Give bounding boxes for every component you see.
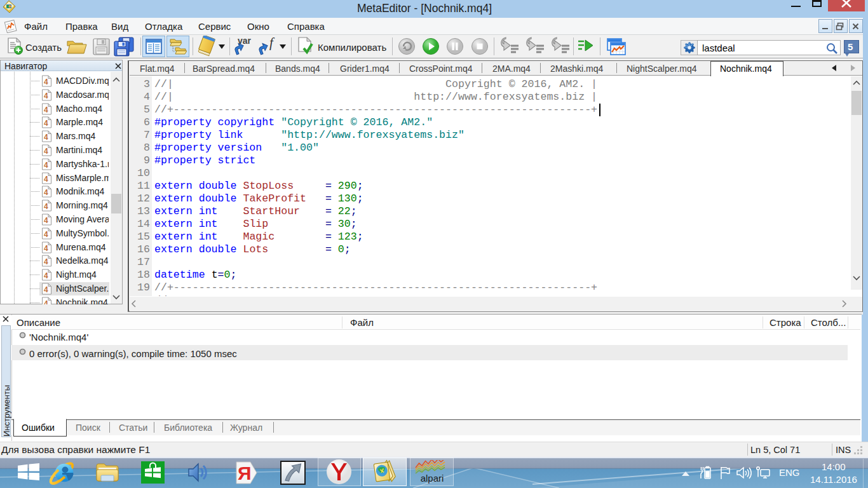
- svg-text:4: 4: [44, 285, 48, 294]
- svg-text:4: 4: [44, 119, 48, 128]
- svg-text:4: 4: [44, 230, 48, 239]
- svg-text:4: 4: [44, 188, 48, 197]
- svg-text:4: 4: [44, 133, 48, 142]
- svg-text:4: 4: [44, 271, 48, 280]
- svg-text:Я: Я: [238, 463, 252, 484]
- svg-text:4: 4: [44, 161, 48, 170]
- svg-text:4: 4: [44, 92, 48, 100]
- svg-text:4: 4: [44, 78, 48, 86]
- svg-text:4: 4: [44, 105, 48, 114]
- svg-text:4: 4: [44, 257, 48, 266]
- svg-text:4: 4: [44, 216, 48, 225]
- svg-text:4: 4: [44, 244, 48, 253]
- svg-text:4: 4: [44, 202, 48, 211]
- svg-text:4: 4: [44, 175, 48, 184]
- svg-text:4: 4: [44, 147, 48, 156]
